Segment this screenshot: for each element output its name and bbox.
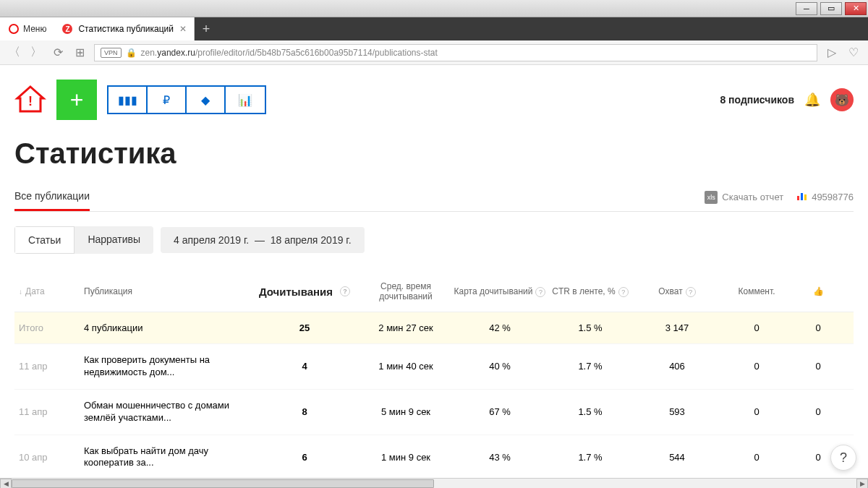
svg-text:!: ! [28, 94, 33, 108]
notifications-button[interactable]: 🔔 [804, 92, 820, 108]
cell-avgtime: 1 мин 9 сек [359, 452, 453, 463]
zen-favicon-icon: Z [62, 24, 72, 34]
stats-button[interactable]: 📊 [226, 87, 265, 113]
help-icon[interactable]: ? [340, 286, 350, 296]
tab-close-button[interactable]: ✕ [179, 24, 187, 34]
help-icon[interactable]: ? [686, 287, 696, 297]
cell-publication[interactable]: Как выбрать найти дом дачу кооператив за… [84, 445, 250, 470]
col-avgtime-header[interactable]: Сред. время дочитываний [359, 281, 453, 301]
tab-title: Статистика публикаций [78, 24, 174, 34]
cell-ctr: 1.7 % [547, 452, 634, 463]
sort-arrow-icon: ↓ [19, 288, 22, 296]
premium-button[interactable]: ◆ [187, 87, 226, 113]
table-row-totals: Итого 4 публикации 25 2 мин 27 сек 42 % … [14, 312, 854, 344]
cell-reach: 544 [634, 452, 720, 463]
subnav: Все публикации xls Скачать отчет 4959877… [14, 183, 854, 212]
forward-button[interactable]: 〉 [29, 45, 43, 60]
totals-label: Итого [19, 322, 84, 333]
cell-publication[interactable]: Обман мошенничество с домами землёй учас… [84, 400, 250, 424]
table-row[interactable]: 11 апрОбман мошенничество с домами землё… [14, 390, 854, 435]
browser-tab-active[interactable]: Z Статистика публикаций ✕ [55, 17, 195, 40]
cell-comments: 0 [720, 452, 793, 463]
tab-articles[interactable]: Статьи [14, 226, 75, 254]
new-tab-button[interactable]: + [195, 17, 218, 40]
download-report-label: Скачать отчет [722, 192, 783, 202]
add-publication-button[interactable]: + [56, 80, 97, 120]
col-map-header[interactable]: Карта дочитываний? [453, 286, 547, 297]
cell-map: 67 % [453, 406, 547, 417]
date-range-picker[interactable]: 4 апреля 2019 г. — 18 апреля 2019 г. [161, 227, 365, 253]
totals-publication: 4 публикации [84, 322, 250, 333]
help-icon[interactable]: ? [535, 287, 545, 297]
totals-avgtime: 2 мин 27 сек [359, 322, 453, 333]
table-row[interactable]: 11 апрКак проверить документы на недвижи… [14, 344, 854, 390]
table-row[interactable]: 10 апрКак выбрать найти дом дачу коопера… [14, 435, 854, 478]
scroll-thumb[interactable] [12, 479, 434, 488]
window-titlebar: ─ ▭ ✕ [0, 0, 868, 17]
cell-avgtime: 5 мин 9 сек [359, 406, 453, 417]
window-maximize-button[interactable]: ▭ [820, 2, 842, 15]
cell-date: 10 апр [19, 452, 84, 463]
table-header: ↓Дата Публикация Дочитывания? Сред. врем… [14, 271, 854, 312]
col-date-header[interactable]: ↓Дата [19, 286, 84, 296]
channel-logo-icon[interactable]: ! [14, 82, 46, 117]
karma-button[interactable]: ▮▮▮ [109, 87, 148, 113]
window-minimize-button[interactable]: ─ [796, 2, 817, 15]
help-icon[interactable]: ? [618, 287, 629, 297]
col-publication-header[interactable]: Публикация [84, 286, 250, 296]
page-title: Статистика [14, 137, 854, 170]
cell-likes: 0 [793, 406, 843, 417]
metrika-link[interactable]: 49598776 [796, 192, 854, 202]
scroll-right-button[interactable]: ▶ [856, 479, 868, 489]
cell-date: 11 апр [19, 406, 84, 417]
metrika-icon [796, 192, 807, 202]
col-likes-header[interactable]: 👍 [793, 286, 843, 296]
cell-map: 40 % [453, 361, 547, 372]
download-report-button[interactable]: xls Скачать отчет [705, 191, 783, 204]
send-icon[interactable]: ▷ [825, 46, 839, 59]
col-reach-header[interactable]: Охват? [634, 286, 720, 297]
browser-menu-button[interactable]: Меню [0, 17, 55, 40]
scroll-track[interactable] [12, 479, 856, 489]
cell-reads: 8 [250, 406, 359, 417]
url-input[interactable]: VPN 🔒 zen.yandex.ru/profile/editor/id/5b… [94, 44, 817, 61]
thumbs-up-icon: 👍 [813, 286, 824, 296]
reload-button[interactable]: ⟳ [51, 46, 65, 59]
avatar[interactable]: 🐻 [830, 88, 854, 111]
browser-tab-bar: Меню Z Статистика публикаций ✕ + [0, 17, 868, 40]
cell-map: 43 % [453, 452, 547, 463]
col-comments-header[interactable]: Коммент. [720, 286, 793, 296]
page-content: ! + ▮▮▮ ₽ ◆ 📊 8 подписчиков 🔔 🐻 Статисти… [0, 65, 868, 478]
help-button[interactable]: ? [830, 445, 856, 471]
money-button[interactable]: ₽ [148, 87, 187, 113]
vpn-badge[interactable]: VPN [101, 48, 122, 58]
app-header: ! + ▮▮▮ ₽ ◆ 📊 8 подписчиков 🔔 🐻 [14, 80, 854, 120]
col-reads-header[interactable]: Дочитывания? [250, 286, 359, 298]
cell-likes: 0 [793, 361, 843, 372]
totals-reach: 3 147 [634, 322, 720, 333]
totals-map: 42 % [453, 322, 547, 333]
horizontal-scrollbar[interactable]: ◀ ▶ [0, 478, 868, 488]
heart-icon[interactable]: ♡ [846, 46, 861, 59]
window-close-button[interactable]: ✕ [845, 2, 867, 15]
tab-narratives[interactable]: Нарративы [75, 226, 153, 254]
scroll-left-button[interactable]: ◀ [0, 479, 12, 489]
cell-reach: 593 [634, 406, 720, 417]
cell-publication[interactable]: Как проверить документы на недвижимость … [84, 354, 250, 379]
totals-likes: 0 [793, 322, 843, 333]
col-ctr-header[interactable]: CTR в ленте, %? [547, 286, 634, 297]
cell-reads: 6 [250, 452, 359, 463]
tab-all-publications[interactable]: Все публикации [14, 183, 90, 211]
opera-icon [9, 24, 19, 34]
bars-icon: ▮▮▮ [118, 93, 137, 107]
speed-dial-button[interactable]: ⊞ [72, 46, 87, 59]
back-button[interactable]: 〈 [7, 45, 22, 60]
header-toolbar: ▮▮▮ ₽ ◆ 📊 [107, 85, 266, 114]
cell-reach: 406 [634, 361, 720, 372]
chart-icon: 📊 [238, 93, 252, 107]
filters: Статьи Нарративы 4 апреля 2019 г. — 18 а… [14, 226, 854, 254]
cell-date: 11 апр [19, 361, 84, 372]
totals-ctr: 1.5 % [547, 322, 634, 333]
cell-reads: 4 [250, 361, 359, 372]
cell-comments: 0 [720, 406, 793, 417]
